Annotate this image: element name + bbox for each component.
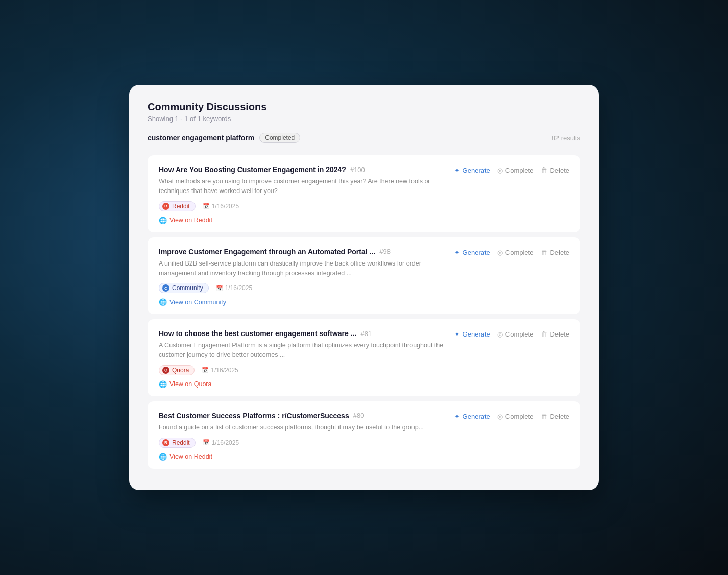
- discussion-number: #81: [360, 330, 372, 338]
- view-on-community-link[interactable]: 🌐 View on Community: [159, 298, 444, 306]
- card-title: Community Discussions: [148, 101, 580, 113]
- complete-icon: ◎: [497, 249, 503, 256]
- discussion-meta: Q Quora 📅 1/16/2025: [159, 365, 444, 375]
- discussion-title: How to choose the best customer engageme…: [159, 329, 356, 338]
- delete-icon: 🗑: [541, 413, 547, 420]
- source-badge-quora: Q Quora: [159, 365, 195, 375]
- discussion-header: How Are You Boosting Customer Engagement…: [159, 165, 569, 224]
- discussion-title-row: How to choose the best customer engageme…: [159, 329, 444, 338]
- keyword-row-left: customer engagement platform Completed: [148, 133, 300, 143]
- discussion-description: What methods are you using to improve cu…: [159, 177, 444, 196]
- keyword-badge: Completed: [259, 133, 300, 143]
- generate-icon: ✦: [454, 249, 460, 256]
- calendar-icon: 📅: [202, 367, 209, 373]
- delete-button[interactable]: 🗑 Delete: [541, 249, 569, 256]
- delete-button[interactable]: 🗑 Delete: [541, 330, 569, 338]
- discussion-header: Best Customer Success Platforms : r/Cust…: [159, 412, 569, 461]
- card-subtitle: Showing 1 - 1 of 1 keywords: [148, 115, 580, 123]
- delete-button[interactable]: 🗑 Delete: [541, 166, 569, 174]
- item-actions: ✦ Generate ◎ Complete 🗑 Delete: [454, 329, 569, 338]
- discussion-meta: R Reddit 📅 1/16/2025: [159, 438, 444, 448]
- keyword-row: customer engagement platform Completed 8…: [148, 133, 580, 148]
- discussion-number: #98: [379, 248, 391, 255]
- globe-icon: 🌐: [159, 298, 167, 306]
- complete-icon: ◎: [497, 330, 503, 338]
- reddit-icon: R: [162, 203, 169, 210]
- date-meta: 📅 1/16/2025: [203, 439, 239, 446]
- view-on-reddit-link-2[interactable]: 🌐 View on Reddit: [159, 453, 444, 461]
- discussion-title-row: Best Customer Success Platforms : r/Cust…: [159, 412, 444, 420]
- results-count: 82 results: [552, 134, 580, 142]
- date-meta: 📅 1/16/2025: [202, 367, 238, 374]
- discussion-title: Best Customer Success Platforms : r/Cust…: [159, 412, 349, 420]
- discussion-title: Improve Customer Engagement through an A…: [159, 248, 375, 256]
- discussion-description: A unified B2B self-service platform can …: [159, 259, 444, 278]
- discussion-header: How to choose the best customer engageme…: [159, 329, 569, 388]
- discussion-list: How Are You Boosting Customer Engagement…: [148, 155, 580, 473]
- delete-button[interactable]: 🗑 Delete: [541, 413, 569, 420]
- discussion-item: Best Customer Success Platforms : r/Cust…: [148, 401, 580, 469]
- complete-button[interactable]: ◎ Complete: [497, 249, 534, 256]
- complete-button[interactable]: ◎ Complete: [497, 166, 534, 174]
- source-badge-reddit: R Reddit: [159, 438, 196, 448]
- generate-button[interactable]: ✦ Generate: [454, 166, 490, 174]
- discussion-content: Improve Customer Engagement through an A…: [159, 248, 454, 306]
- generate-button[interactable]: ✦ Generate: [454, 413, 490, 420]
- generate-icon: ✦: [454, 330, 460, 338]
- discussion-content: How to choose the best customer engageme…: [159, 329, 454, 388]
- discussion-content: How Are You Boosting Customer Engagement…: [159, 165, 454, 224]
- discussion-item: How Are You Boosting Customer Engagement…: [148, 155, 580, 232]
- discussion-meta: C Community 📅 1/16/2025: [159, 283, 444, 293]
- calendar-icon: 📅: [203, 203, 210, 209]
- complete-button[interactable]: ◎ Complete: [497, 330, 534, 338]
- discussion-title: How Are You Boosting Customer Engagement…: [159, 165, 346, 174]
- discussion-number: #80: [353, 412, 365, 419]
- discussion-description: A Customer Engagement Platform is a sing…: [159, 341, 444, 360]
- discussion-header: Improve Customer Engagement through an A…: [159, 248, 569, 306]
- source-badge-reddit: R Reddit: [159, 201, 196, 211]
- reddit-icon: R: [162, 439, 169, 446]
- quora-icon: Q: [162, 367, 169, 374]
- delete-icon: 🗑: [541, 166, 547, 174]
- discussion-title-row: How Are You Boosting Customer Engagement…: [159, 165, 444, 174]
- globe-icon: 🌐: [159, 380, 167, 388]
- discussion-number: #100: [350, 166, 365, 174]
- delete-icon: 🗑: [541, 330, 547, 338]
- discussion-item: How to choose the best customer engageme…: [148, 319, 580, 396]
- keyword-text: customer engagement platform: [148, 134, 254, 142]
- date-meta: 📅 1/16/2025: [203, 203, 239, 210]
- discussion-description: Found a guide on a list of customer succ…: [159, 423, 444, 433]
- discussion-title-row: Improve Customer Engagement through an A…: [159, 248, 444, 256]
- item-actions: ✦ Generate ◎ Complete 🗑 Delete: [454, 412, 569, 420]
- complete-icon: ◎: [497, 413, 503, 420]
- item-actions: ✦ Generate ◎ Complete 🗑 Delete: [454, 165, 569, 174]
- community-icon: C: [162, 284, 169, 292]
- calendar-icon: 📅: [203, 439, 210, 446]
- discussion-content: Best Customer Success Platforms : r/Cust…: [159, 412, 454, 461]
- generate-button[interactable]: ✦ Generate: [454, 249, 490, 256]
- view-on-quora-link[interactable]: 🌐 View on Quora: [159, 380, 444, 388]
- discussion-item: Improve Customer Engagement through an A…: [148, 237, 580, 315]
- date-meta: 📅 1/16/2025: [216, 284, 252, 292]
- globe-icon: 🌐: [159, 217, 167, 224]
- generate-icon: ✦: [454, 413, 460, 420]
- calendar-icon: 📅: [216, 285, 223, 292]
- complete-icon: ◎: [497, 166, 503, 174]
- generate-icon: ✦: [454, 166, 460, 174]
- main-card: Community Discussions Showing 1 - 1 of 1…: [129, 85, 599, 490]
- generate-button[interactable]: ✦ Generate: [454, 330, 490, 338]
- view-on-reddit-link[interactable]: 🌐 View on Reddit: [159, 217, 444, 224]
- complete-button[interactable]: ◎ Complete: [497, 413, 534, 420]
- delete-icon: 🗑: [541, 249, 547, 256]
- discussion-meta: R Reddit 📅 1/16/2025: [159, 201, 444, 211]
- item-actions: ✦ Generate ◎ Complete 🗑 Delete: [454, 248, 569, 256]
- source-badge-community: C Community: [159, 283, 209, 293]
- globe-icon: 🌐: [159, 453, 167, 461]
